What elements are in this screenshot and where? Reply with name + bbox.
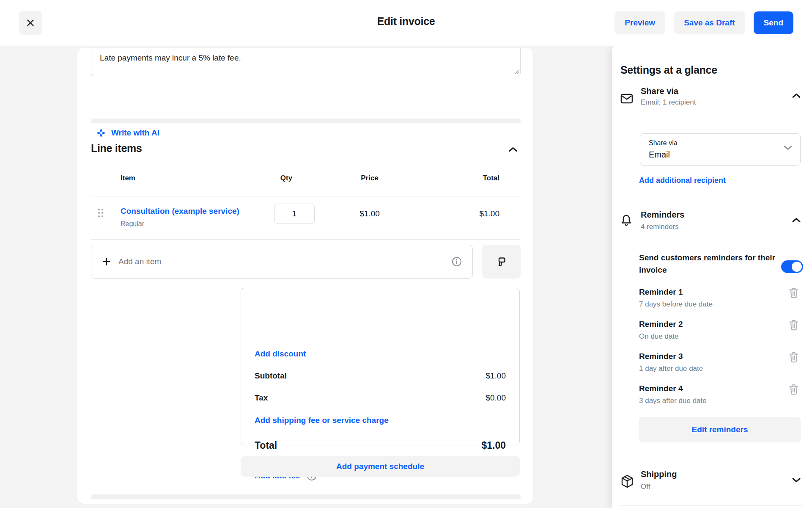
barcode-scanner-icon <box>495 255 508 268</box>
column-header-qty: Qty <box>265 174 307 182</box>
table-row-rule <box>91 239 521 240</box>
reminder-1-title: Reminder 1 <box>639 287 683 297</box>
trash-icon <box>789 384 799 395</box>
chevron-down-icon <box>783 145 793 151</box>
column-header-item: Item <box>121 174 135 182</box>
total-label: Total <box>255 440 277 451</box>
reminder-1-desc: 7 days before due date <box>639 300 713 309</box>
reminder-3-title: Reminder 3 <box>639 352 683 361</box>
textarea-resize-handle[interactable] <box>513 69 519 75</box>
edit-reminders-button[interactable]: Edit reminders <box>639 417 801 442</box>
toggle-knob <box>792 262 802 272</box>
reminder-4-delete-button[interactable] <box>786 382 801 397</box>
package-icon <box>620 474 634 489</box>
reminder-4-desc: 3 days after due date <box>639 397 707 405</box>
add-discount-link[interactable]: Add discount <box>255 349 306 359</box>
share-via-subtitle: Email; 1 recipient <box>641 98 696 107</box>
share-via-title: Share via <box>641 86 678 96</box>
ai-sparkle-icon <box>96 128 106 138</box>
reminders-collapse-button[interactable] <box>789 213 804 228</box>
add-item-field[interactable] <box>91 245 473 279</box>
add-payment-schedule-button[interactable]: Add payment schedule <box>241 456 520 477</box>
write-with-ai-button[interactable]: Write with AI <box>96 128 159 138</box>
reminders-toggle[interactable] <box>781 260 803 273</box>
invoice-message-textarea[interactable]: Late payments may incur a 5% late fee. <box>91 48 521 76</box>
add-item-input[interactable] <box>118 257 451 266</box>
chevron-down-icon <box>792 477 801 483</box>
send-button[interactable]: Send <box>754 11 793 34</box>
sidebar-divider <box>620 456 802 456</box>
share-via-dropdown-label: Share via <box>649 139 678 147</box>
share-via-dropdown[interactable]: Share via Email <box>640 133 801 166</box>
reminders-toggle-label: Send customers reminders for their invoi… <box>639 251 779 276</box>
column-header-price: Price <box>344 174 395 182</box>
table-header-rule <box>91 196 521 196</box>
top-bar: Edit invoice Preview Save as Draft Send <box>0 0 812 46</box>
invoice-form-card: Late payments may incur a 5% late fee. W… <box>77 48 533 504</box>
barcode-scanner-button[interactable] <box>482 245 521 279</box>
line-items-collapse-button[interactable] <box>505 142 521 157</box>
chevron-up-icon <box>508 146 518 152</box>
section-divider <box>91 119 521 123</box>
reminder-4-title: Reminder 4 <box>639 384 683 393</box>
tax-label: Tax <box>255 393 268 403</box>
subtotal-value: $1.00 <box>486 371 506 381</box>
reminder-3-delete-button[interactable] <box>786 350 801 364</box>
total-value: $1.00 <box>481 440 506 451</box>
invoice-summary-box: Add discount Subtotal $1.00 Tax $0.00 Ad… <box>241 288 520 445</box>
reminder-1-delete-button[interactable] <box>786 286 801 300</box>
trash-icon <box>789 351 799 363</box>
write-with-ai-label: Write with AI <box>111 128 159 138</box>
share-via-collapse-button[interactable] <box>789 88 804 103</box>
trash-icon <box>789 319 799 331</box>
chevron-up-icon <box>792 93 801 99</box>
preview-button[interactable]: Preview <box>614 11 665 34</box>
section-divider-bottom <box>91 494 521 499</box>
shipping-expand-button[interactable] <box>789 472 804 488</box>
tax-value: $0.00 <box>486 393 506 403</box>
line-item-drag-handle[interactable] <box>98 209 105 219</box>
line-item-price: $1.00 <box>344 209 395 218</box>
subtotal-label: Subtotal <box>255 371 287 381</box>
save-as-draft-button[interactable]: Save as Draft <box>674 11 745 34</box>
sidebar-divider <box>620 505 802 506</box>
column-header-total: Total <box>449 174 499 182</box>
reminder-2-delete-button[interactable] <box>786 318 801 332</box>
line-item-variant: Regular <box>121 220 144 228</box>
bell-icon <box>620 214 632 228</box>
shipping-subtitle: Off <box>641 483 650 491</box>
header-actions: Preview Save as Draft Send <box>614 11 793 34</box>
share-via-dropdown-value: Email <box>649 150 670 160</box>
add-item-info-icon[interactable] <box>451 256 462 267</box>
line-item-total: $1.00 <box>449 209 499 218</box>
reminders-subtitle: 4 reminders <box>641 223 679 231</box>
reminder-2-desc: On due date <box>639 332 679 341</box>
reminder-3-desc: 1 day after due date <box>639 364 703 373</box>
edit-invoice-screen: Edit invoice Preview Save as Draft Send … <box>0 0 812 508</box>
add-additional-recipient-link[interactable]: Add additional recipient <box>639 176 726 185</box>
sidebar-divider <box>620 203 802 203</box>
reminders-title: Reminders <box>641 210 684 220</box>
plus-icon <box>102 257 111 266</box>
shipping-title: Shipping <box>641 469 677 479</box>
add-shipping-fee-link[interactable]: Add shipping fee or service charge <box>255 416 389 425</box>
sidebar-title: Settings at a glance <box>620 64 717 76</box>
line-items-title: Line items <box>91 142 142 155</box>
chevron-up-icon <box>792 217 801 223</box>
envelope-icon <box>620 93 633 104</box>
trash-icon <box>789 287 799 299</box>
settings-sidebar: Settings at a glance Share via Email; 1 … <box>612 46 812 508</box>
line-item-qty-input[interactable] <box>274 204 315 224</box>
line-item-name-link[interactable]: Consultation (example service) <box>121 207 239 216</box>
reminder-2-title: Reminder 2 <box>639 320 683 329</box>
